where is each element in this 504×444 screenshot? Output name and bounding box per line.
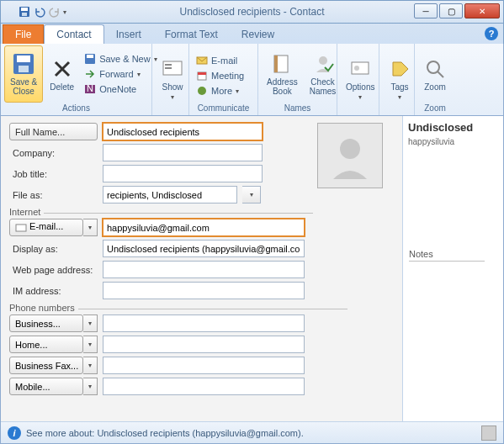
company-field[interactable] <box>103 144 263 161</box>
email-icon <box>196 55 208 66</box>
svg-text:N: N <box>87 83 93 93</box>
svg-rect-2 <box>22 13 27 16</box>
options-icon <box>348 57 372 81</box>
tab-contact[interactable]: Contact <box>44 24 103 44</box>
delete-icon <box>50 57 74 81</box>
redo-icon[interactable] <box>48 5 61 18</box>
email-type-dropdown[interactable]: ▾ <box>83 219 98 236</box>
tab-review[interactable]: Review <box>230 25 286 44</box>
meeting-button[interactable]: Meeting <box>193 69 247 82</box>
title-bar: ▾ Undisclosed recipients - Contact ─ ▢ ✕ <box>0 0 504 24</box>
forward-icon <box>84 68 96 80</box>
phone-mobile-field[interactable] <box>103 378 305 395</box>
ribbon: Save & Close Delete Save & New▾ Forward▾… <box>0 44 504 116</box>
group-zoom-label: Zoom <box>418 103 452 114</box>
info-icon: i <box>8 426 21 440</box>
company-label: Company: <box>9 148 98 158</box>
zoom-button[interactable]: Zoom <box>418 45 452 103</box>
svg-rect-11 <box>165 64 172 66</box>
phone-fax-field[interactable] <box>103 357 305 374</box>
card-icon <box>15 222 27 234</box>
qat-customize-icon[interactable]: ▾ <box>63 8 66 16</box>
save-new-button[interactable]: Save & New▾ <box>81 52 161 66</box>
options-button[interactable]: Options▾ <box>341 45 379 112</box>
meeting-icon <box>196 70 208 82</box>
save-icon[interactable] <box>18 5 31 18</box>
full-name-button[interactable]: Full Name... <box>9 123 98 140</box>
address-book-button[interactable]: Address Book <box>262 45 303 103</box>
show-label: Show <box>162 82 183 92</box>
tags-label: Tags <box>390 82 408 92</box>
svg-rect-18 <box>274 56 278 72</box>
phone-mobile-dropdown[interactable]: ▾ <box>83 378 98 395</box>
group-names-label: Names <box>262 103 333 114</box>
tab-file[interactable]: File <box>3 24 44 44</box>
people-pane: Undisclosed happysiluvia <box>402 116 503 443</box>
file-as-field[interactable] <box>103 186 237 204</box>
check-names-icon <box>311 52 335 76</box>
phone-home-button[interactable]: Home... <box>9 336 83 353</box>
zoom-label: Zoom <box>424 82 446 92</box>
phone-business-button[interactable]: Business... <box>9 314 83 332</box>
more-button[interactable]: More▾ <box>193 84 247 98</box>
group-communicate-label: Communicate <box>193 103 254 114</box>
onenote-icon: N <box>84 83 96 95</box>
svg-point-19 <box>319 56 327 65</box>
display-as-field[interactable] <box>103 240 305 257</box>
phone-home-dropdown[interactable]: ▾ <box>83 336 98 353</box>
job-title-field[interactable] <box>103 165 263 182</box>
im-address-field[interactable] <box>103 282 305 299</box>
zoom-icon <box>423 57 447 81</box>
phone-home-field[interactable] <box>103 336 305 353</box>
svg-point-16 <box>198 87 206 95</box>
phone-fax-button[interactable]: Business Fax... <box>9 357 83 374</box>
svg-rect-12 <box>165 67 172 69</box>
save-close-button[interactable]: Save & Close <box>4 45 43 103</box>
save-close-icon <box>12 52 35 76</box>
email-button[interactable]: E-mail <box>193 54 247 67</box>
svg-line-23 <box>438 71 443 77</box>
contact-form: Full Name... Company: Job title: File as… <box>0 116 504 444</box>
svg-point-21 <box>354 66 359 71</box>
full-name-field[interactable] <box>103 123 263 140</box>
svg-rect-15 <box>198 72 206 75</box>
tab-insert[interactable]: Insert <box>104 25 153 44</box>
forward-button[interactable]: Forward▾ <box>81 67 161 81</box>
svg-point-24 <box>340 139 360 159</box>
web-page-field[interactable] <box>103 261 305 278</box>
save-new-icon <box>84 53 96 65</box>
svg-point-22 <box>427 61 439 73</box>
status-text: See more about: Undisclosed recipients (… <box>26 428 304 438</box>
tags-icon <box>388 57 411 81</box>
svg-rect-1 <box>21 8 28 11</box>
presence-icon[interactable] <box>481 426 496 441</box>
help-icon[interactable]: ? <box>485 27 498 40</box>
job-title-label: Job title: <box>9 169 98 179</box>
file-as-dropdown[interactable]: ▾ <box>242 186 261 204</box>
tab-format-text[interactable]: Format Text <box>153 25 230 44</box>
minimize-button[interactable]: ─ <box>414 3 438 18</box>
phone-business-dropdown[interactable]: ▾ <box>83 314 98 332</box>
check-names-label: Check Names <box>310 77 337 96</box>
email-field[interactable] <box>103 219 305 236</box>
maximize-button[interactable]: ▢ <box>439 3 463 18</box>
save-close-label: Save & Close <box>10 77 37 96</box>
undo-icon[interactable] <box>33 5 46 18</box>
email-type-button[interactable]: E-mail... <box>9 219 83 236</box>
contact-photo[interactable] <box>317 123 383 188</box>
ribbon-tabs: File Contact Insert Format Text Review ? <box>0 24 504 44</box>
delete-button[interactable]: Delete <box>45 45 79 103</box>
close-button[interactable]: ✕ <box>464 3 500 18</box>
show-button[interactable]: Show▾ <box>156 45 189 112</box>
svg-rect-4 <box>17 56 30 62</box>
tags-button[interactable]: Tags▾ <box>383 45 416 112</box>
onenote-button[interactable]: NOneNote <box>81 82 161 96</box>
phone-business-field[interactable] <box>103 314 305 332</box>
phone-fax-dropdown[interactable]: ▾ <box>83 357 98 374</box>
check-names-button[interactable]: Check Names <box>305 45 342 103</box>
options-label: Options <box>346 82 374 92</box>
people-pane-name: Undisclosed <box>408 121 498 134</box>
window-title: Undisclosed recipients - Contact <box>179 6 324 18</box>
phone-mobile-button[interactable]: Mobile... <box>9 378 83 395</box>
web-page-label: Web page address: <box>9 265 98 275</box>
